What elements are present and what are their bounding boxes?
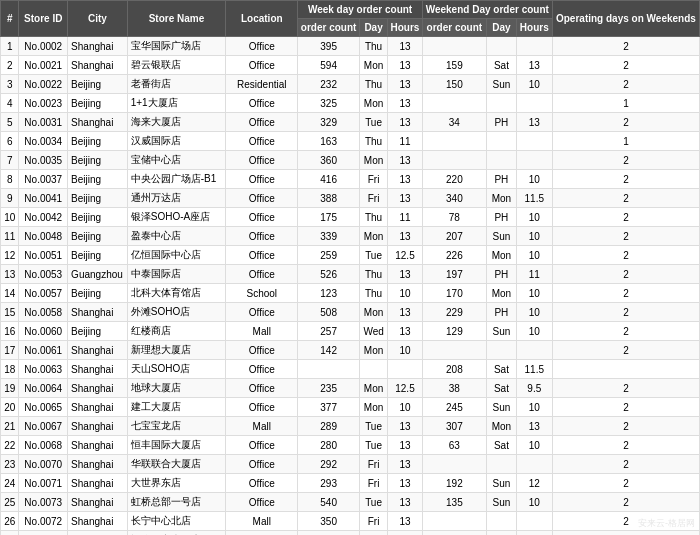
- table-cell: 17: [1, 341, 19, 360]
- table-row: 3No.0022Beijing老番街店Residential232Thu1315…: [1, 75, 700, 94]
- table-cell: Shanghai: [68, 398, 128, 417]
- table-row: 21No.0067Shanghai七宝宝龙店Mall289Tue13307Mon…: [1, 417, 700, 436]
- table-cell: Shanghai: [68, 436, 128, 455]
- table-cell: [516, 341, 552, 360]
- table-row: 7No.0035Beijing宝储中心店Office360Mon132: [1, 151, 700, 170]
- table-cell: 207: [422, 227, 486, 246]
- table-cell: 新理想大厦店: [127, 341, 225, 360]
- table-cell: Office: [226, 189, 298, 208]
- table-cell: 10: [516, 170, 552, 189]
- table-cell: 虹桥总部一号店: [127, 493, 225, 512]
- table-cell: Shanghai: [68, 303, 128, 322]
- header-location: Location: [226, 1, 298, 37]
- table-cell: 12.5: [388, 246, 422, 265]
- table-row: 11No.0048Beijing盈泰中心店Office339Mon13207Su…: [1, 227, 700, 246]
- table-cell: 2: [552, 56, 699, 75]
- table-cell: 360: [298, 151, 359, 170]
- table-cell: 259: [298, 246, 359, 265]
- table-cell: [516, 512, 552, 531]
- table-cell: [516, 37, 552, 56]
- table-cell: [516, 455, 552, 474]
- table-cell: 13: [388, 37, 422, 56]
- table-row: 20No.0065Shanghai建工大厦店Office377Mon10245S…: [1, 398, 700, 417]
- table-cell: Shanghai: [68, 56, 128, 75]
- table-cell: 388: [298, 189, 359, 208]
- table-cell: School: [226, 284, 298, 303]
- table-cell: 2: [552, 151, 699, 170]
- table-cell: 1: [1, 37, 19, 56]
- table-row: 15No.0058Shanghai外滩SOHO店Office508Mon1322…: [1, 303, 700, 322]
- table-cell: 208: [422, 360, 486, 379]
- table-cell: No.0031: [19, 113, 68, 132]
- table-cell: No.0058: [19, 303, 68, 322]
- table-cell: Mon: [359, 379, 387, 398]
- table-cell: Shanghai: [68, 474, 128, 493]
- table-cell: Tue: [359, 493, 387, 512]
- table-cell: 10: [516, 303, 552, 322]
- table-cell: Mon: [359, 151, 387, 170]
- table-cell: Mon: [359, 227, 387, 246]
- table-cell: 12: [516, 474, 552, 493]
- table-cell: PH: [487, 208, 517, 227]
- table-cell: No.0064: [19, 379, 68, 398]
- table-cell: 142: [298, 341, 359, 360]
- table-cell: 395: [298, 37, 359, 56]
- table-cell: Sat: [487, 360, 517, 379]
- table-cell: 20: [1, 398, 19, 417]
- table-row: 13No.0053Guangzhou中泰国际店Office526Thu13197…: [1, 265, 700, 284]
- table-cell: 2: [552, 322, 699, 341]
- table-cell: 192: [422, 474, 486, 493]
- table-cell: Mall: [226, 417, 298, 436]
- table-cell: 63: [422, 436, 486, 455]
- table-cell: 16: [1, 322, 19, 341]
- table-cell: Fri: [359, 189, 387, 208]
- table-row: 2No.0021Shanghai碧云银联店Office594Mon13159Sa…: [1, 56, 700, 75]
- table-cell: Sat: [487, 436, 517, 455]
- table-cell: 1: [552, 94, 699, 113]
- table-cell: 10: [388, 398, 422, 417]
- table-cell: 2: [552, 303, 699, 322]
- table-cell: [487, 455, 517, 474]
- table-cell: Mon: [359, 303, 387, 322]
- table-cell: 13: [388, 227, 422, 246]
- table-cell: 建工大厦店: [127, 398, 225, 417]
- table-cell: Office: [226, 531, 298, 536]
- table-row: 14No.0057Beijing北科大体育馆店School123Thu10170…: [1, 284, 700, 303]
- header-store-name: Store Name: [127, 1, 225, 37]
- table-cell: [487, 132, 517, 151]
- table-cell: 地球大厦店: [127, 379, 225, 398]
- table-cell: 10: [388, 341, 422, 360]
- table-row: 27No.0074Shanghai福连天安大厦店Office469Thu1345…: [1, 531, 700, 536]
- table-cell: 11.5: [516, 360, 552, 379]
- table-cell: 13: [388, 322, 422, 341]
- table-cell: 通州万达店: [127, 189, 225, 208]
- table-cell: 2: [552, 170, 699, 189]
- table-cell: 289: [298, 417, 359, 436]
- table-cell: 25: [1, 493, 19, 512]
- table-row: 16No.0060Beijing红楼商店Mall257Wed13129Sun10…: [1, 322, 700, 341]
- table-cell: 123: [298, 284, 359, 303]
- table-cell: 23: [1, 455, 19, 474]
- table-cell: 159: [422, 56, 486, 75]
- table-cell: 469: [298, 531, 359, 536]
- table-row: 19No.0064Shanghai地球大厦店Office235Mon12.538…: [1, 379, 700, 398]
- table-row: 26No.0072Shanghai长宁中心北店Mall350Fri132: [1, 512, 700, 531]
- table-cell: No.0042: [19, 208, 68, 227]
- table-cell: Tue: [359, 417, 387, 436]
- table-cell: 329: [298, 113, 359, 132]
- table-cell: Office: [226, 398, 298, 417]
- table-cell: 197: [422, 265, 486, 284]
- table-cell: No.0048: [19, 227, 68, 246]
- table-cell: No.0053: [19, 265, 68, 284]
- table-cell: Thu: [359, 265, 387, 284]
- table-cell: 13: [388, 170, 422, 189]
- table-cell: No.0063: [19, 360, 68, 379]
- table-cell: Shanghai: [68, 379, 128, 398]
- table-cell: No.0061: [19, 341, 68, 360]
- header-num: #: [1, 1, 19, 37]
- table-cell: 11: [1, 227, 19, 246]
- table-cell: Thu: [359, 75, 387, 94]
- table-cell: No.0060: [19, 322, 68, 341]
- table-cell: [487, 341, 517, 360]
- table-cell: 13: [388, 493, 422, 512]
